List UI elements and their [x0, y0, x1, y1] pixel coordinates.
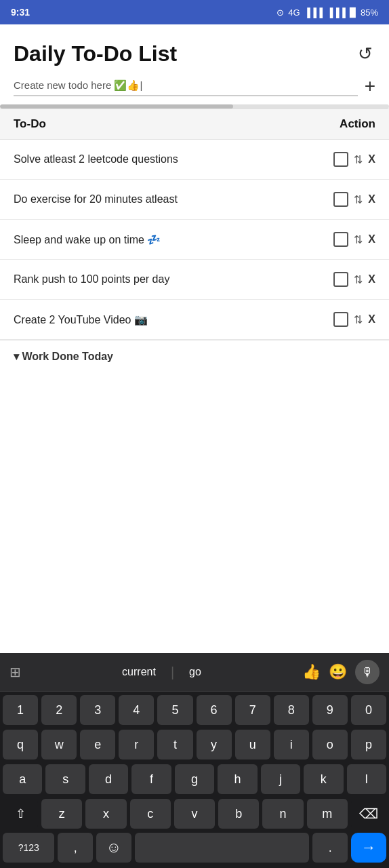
suggestion-emoji-1[interactable]: 👍	[302, 663, 321, 681]
space-key[interactable]	[135, 833, 310, 863]
letter-key-u[interactable]: u	[235, 730, 270, 760]
letter-key-h[interactable]: h	[218, 764, 257, 794]
delete-button[interactable]: X	[368, 313, 375, 326]
todo-input[interactable]	[14, 75, 358, 96]
shift-key[interactable]: ⇧	[3, 799, 38, 829]
network-label: 4G	[288, 7, 300, 18]
sort-icon[interactable]: ⇅	[354, 313, 363, 326]
letter-key-i[interactable]: i	[274, 730, 309, 760]
emoji-key[interactable]: ☺	[96, 833, 131, 863]
suggestion-emoji-2[interactable]: 😀	[329, 663, 347, 681]
app-content: Daily To-Do List ↺ + To-Do Action Solve …	[0, 24, 389, 576]
number-key-4[interactable]: 4	[119, 695, 154, 725]
letter-key-g[interactable]: g	[175, 764, 214, 794]
number-key-3[interactable]: 3	[80, 695, 115, 725]
number-key-6[interactable]: 6	[197, 695, 232, 725]
sort-icon[interactable]: ⇅	[354, 273, 363, 286]
todo-text: Rank push to 100 points per day	[14, 273, 321, 285]
col-action-header: Action	[340, 117, 375, 131]
todo-item: Solve atleast 2 leetcode questions ⇅ X	[0, 140, 389, 180]
letter-key-v[interactable]: v	[174, 799, 215, 829]
letter-key-a[interactable]: a	[3, 764, 42, 794]
todo-text: Create 2 YouTube Video 📷	[14, 313, 321, 326]
todo-checkbox[interactable]	[333, 272, 348, 287]
sort-icon[interactable]: ⇅	[354, 153, 363, 166]
status-right: ⊙ 4G ▐▐▐ ▐▐▐ ▉ 85%	[277, 7, 378, 18]
asdf-row: asdfghjkl	[0, 761, 389, 795]
number-key-8[interactable]: 8	[274, 695, 309, 725]
letter-key-m[interactable]: m	[307, 799, 348, 829]
number-key-5[interactable]: 5	[157, 695, 192, 725]
todo-item: Do exercise for 20 minutes atleast ⇅ X	[0, 180, 389, 220]
delete-button[interactable]: X	[368, 193, 375, 205]
todo-actions: ⇅ X	[321, 192, 375, 207]
sort-icon[interactable]: ⇅	[354, 193, 363, 206]
letter-key-t[interactable]: t	[157, 730, 192, 760]
todo-checkbox[interactable]	[333, 152, 348, 167]
letter-key-p[interactable]: p	[351, 730, 386, 760]
todo-checkbox[interactable]	[333, 232, 348, 247]
keyboard-grid-icon[interactable]: ⊞	[9, 664, 21, 680]
todo-actions: ⇅ X	[321, 152, 375, 167]
number-key-1[interactable]: 1	[3, 695, 38, 725]
header: Daily To-Do List ↺	[0, 24, 389, 75]
table-header: To-Do Action	[0, 108, 389, 140]
reset-button[interactable]: ↺	[355, 41, 375, 67]
enter-key[interactable]: →	[351, 833, 386, 863]
todo-list: Solve atleast 2 leetcode questions ⇅ X D…	[0, 140, 389, 340]
letter-key-o[interactable]: o	[312, 730, 348, 760]
letter-key-k[interactable]: k	[304, 764, 343, 794]
letter-key-s[interactable]: s	[45, 764, 85, 794]
number-key-2[interactable]: 2	[41, 695, 77, 725]
letter-key-j[interactable]: j	[261, 764, 300, 794]
letter-key-w[interactable]: w	[41, 730, 77, 760]
todo-text: Sleep and wake up on time 💤	[14, 233, 321, 246]
period-key[interactable]: .	[312, 833, 348, 863]
suggestion-word-1[interactable]: current	[111, 666, 167, 678]
letter-key-b[interactable]: b	[218, 799, 259, 829]
letter-key-d[interactable]: d	[89, 764, 128, 794]
todo-checkbox[interactable]	[333, 312, 348, 327]
letter-key-x[interactable]: x	[85, 799, 126, 829]
delete-button[interactable]: X	[368, 273, 375, 285]
letter-key-c[interactable]: c	[130, 799, 171, 829]
delete-button[interactable]: X	[368, 233, 375, 245]
col-todo-header: To-Do	[14, 117, 46, 131]
suggestion-left: ⊞	[9, 664, 21, 680]
letter-key-l[interactable]: l	[347, 764, 386, 794]
todo-text: Solve atleast 2 leetcode questions	[14, 153, 321, 165]
letter-key-q[interactable]: q	[3, 730, 38, 760]
number-key-7[interactable]: 7	[235, 695, 270, 725]
letter-key-r[interactable]: r	[119, 730, 154, 760]
microphone-button[interactable]: 🎙	[355, 660, 380, 684]
letter-key-e[interactable]: e	[80, 730, 115, 760]
todo-text: Do exercise for 20 minutes atleast	[14, 193, 321, 205]
battery-icon: ▉	[350, 7, 356, 18]
work-done-section[interactable]: ▾ Work Done Today	[0, 340, 389, 372]
number-key-9[interactable]: 9	[312, 695, 348, 725]
delete-button[interactable]: X	[368, 153, 375, 165]
letter-key-y[interactable]: y	[197, 730, 232, 760]
comma-key[interactable]: ,	[58, 833, 93, 863]
mic-icon: 🎙	[361, 665, 373, 679]
zxcv-row: ⇧ zxcvbnm ⌫	[0, 795, 389, 830]
number-row: 1234567890	[0, 692, 389, 726]
letter-key-f[interactable]: f	[131, 764, 171, 794]
symbol-key[interactable]: ?123	[3, 833, 54, 863]
battery-label: 85%	[361, 7, 378, 18]
status-bar: 9:31 ⊙ 4G ▐▐▐ ▐▐▐ ▉ 85%	[0, 0, 389, 24]
number-key-0[interactable]: 0	[351, 695, 386, 725]
todo-actions: ⇅ X	[321, 232, 375, 247]
suggestion-word-2[interactable]: go	[178, 666, 212, 678]
letter-key-z[interactable]: z	[41, 799, 82, 829]
network-icon: ⊙	[277, 7, 284, 18]
input-row: +	[0, 75, 389, 102]
add-button[interactable]: +	[365, 77, 375, 96]
todo-checkbox[interactable]	[333, 192, 348, 207]
qwerty-row: qwertyuiop	[0, 726, 389, 761]
letter-key-n[interactable]: n	[262, 799, 303, 829]
backspace-key[interactable]: ⌫	[351, 799, 386, 829]
todo-item: Rank push to 100 points per day ⇅ X	[0, 260, 389, 300]
sort-icon[interactable]: ⇅	[354, 233, 363, 246]
todo-item: Sleep and wake up on time 💤 ⇅ X	[0, 220, 389, 260]
